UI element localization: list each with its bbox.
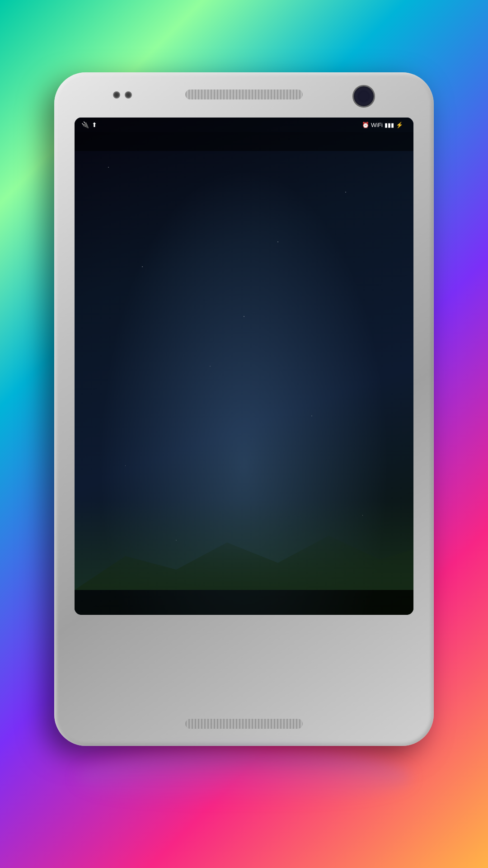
charge-icon: ⚡ bbox=[396, 122, 403, 128]
camera-lens bbox=[352, 85, 375, 108]
page-wrapper: 🔌 ⬆ ⏰ WiFi ▮▮▮ ⚡ bbox=[0, 0, 488, 868]
status-right: ⏰ WiFi ▮▮▮ ⚡ bbox=[362, 122, 407, 128]
notification-icon: ⬆ bbox=[92, 121, 97, 128]
sensor-dot-2 bbox=[125, 91, 132, 99]
phone-body: 🔌 ⬆ ⏰ WiFi ▮▮▮ ⚡ bbox=[54, 72, 434, 746]
bottom-speaker bbox=[185, 719, 303, 729]
status-left: 🔌 ⬆ bbox=[81, 121, 97, 128]
wifi-icon: WiFi bbox=[371, 122, 383, 128]
sensor-dot-1 bbox=[113, 91, 120, 99]
signal-icon: ▮▮▮ bbox=[385, 122, 394, 128]
front-sensors bbox=[113, 91, 132, 99]
top-speaker bbox=[185, 90, 303, 99]
app-bar bbox=[75, 132, 413, 151]
navigation-bar bbox=[75, 590, 413, 615]
alarm-icon: ⏰ bbox=[362, 122, 369, 128]
phone-reflection bbox=[77, 750, 411, 805]
phone-device: 🔌 ⬆ ⏰ WiFi ▮▮▮ ⚡ bbox=[54, 72, 434, 805]
usb-icon: 🔌 bbox=[81, 121, 89, 128]
status-bar: 🔌 ⬆ ⏰ WiFi ▮▮▮ ⚡ bbox=[75, 118, 413, 132]
phone-screen: 🔌 ⬆ ⏰ WiFi ▮▮▮ ⚡ bbox=[75, 118, 413, 615]
apps-grid bbox=[75, 151, 413, 590]
